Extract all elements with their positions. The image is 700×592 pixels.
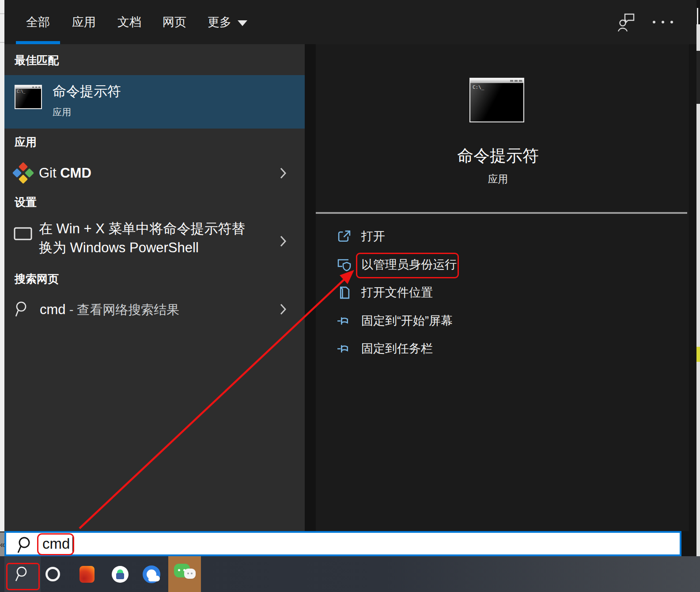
search-icon bbox=[15, 301, 31, 319]
result-title: Git CMD bbox=[39, 156, 91, 191]
action-open[interactable]: 打开 bbox=[316, 227, 689, 246]
search-input[interactable]: cmd bbox=[42, 535, 70, 553]
action-run-as-administrator[interactable]: 以管理员身份运行 bbox=[316, 255, 689, 274]
taskbar-search-box[interactable]: cmd bbox=[4, 531, 681, 556]
highlight-fragment bbox=[696, 347, 700, 362]
result-web-search-cmd[interactable]: cmd - 查看网络搜索结果 bbox=[4, 291, 305, 328]
result-title: cmd - 查看网络搜索结果 bbox=[40, 291, 179, 329]
command-prompt-icon: C:\_ bbox=[15, 85, 42, 109]
preview-divider bbox=[316, 212, 687, 214]
result-subtitle: 应用 bbox=[53, 106, 71, 118]
preview-panel: C:\_ 命令提示符 应用 打开 以管理员身份运行 打开文件位置 固定到“开始 bbox=[316, 44, 689, 531]
web-search-section-header: 搜索网页 bbox=[15, 272, 59, 286]
cortana-icon bbox=[45, 567, 60, 581]
file-location-icon bbox=[337, 285, 352, 300]
android-studio-icon bbox=[112, 566, 129, 583]
action-pin-to-start[interactable]: 固定到“开始”屏幕 bbox=[316, 311, 689, 330]
panel-divider bbox=[305, 44, 316, 531]
chevron-right-icon[interactable] bbox=[280, 235, 287, 247]
chevron-right-icon[interactable] bbox=[280, 303, 287, 315]
search-icon bbox=[17, 536, 34, 555]
pin-icon bbox=[337, 342, 352, 356]
office-icon bbox=[79, 566, 95, 583]
qq-browser-icon bbox=[143, 565, 160, 583]
feedback-icon[interactable] bbox=[617, 12, 636, 33]
tab-apps[interactable]: 应用 bbox=[66, 0, 102, 44]
more-options-icon[interactable] bbox=[653, 19, 684, 26]
background-window-border bbox=[697, 8, 698, 26]
open-icon bbox=[337, 229, 352, 244]
tab-more[interactable]: 更多 bbox=[201, 0, 254, 44]
tab-all[interactable]: 全部 bbox=[16, 0, 60, 44]
shield-admin-icon bbox=[337, 258, 352, 272]
taskbar: CSDN @初学者-Study bbox=[0, 556, 700, 592]
taskbar-android-studio-button[interactable] bbox=[111, 556, 129, 592]
search-filter-bar: 全部 应用 文档 网页 更多 bbox=[4, 0, 696, 44]
preview-subtitle: 应用 bbox=[316, 172, 680, 186]
text-cursor bbox=[72, 535, 73, 552]
search-results-panel: 最佳匹配 C:\_ 命令提示符 应用 应用 Git CMD 设置 在 Win +… bbox=[4, 44, 305, 531]
taskbar-cortana-button[interactable] bbox=[44, 556, 61, 592]
tab-web[interactable]: 网页 bbox=[157, 0, 192, 44]
search-icon bbox=[15, 566, 30, 583]
result-git-cmd[interactable]: Git CMD bbox=[4, 156, 305, 191]
git-icon bbox=[14, 163, 33, 183]
result-title: 命令提示符 bbox=[53, 82, 121, 101]
taskbar-office-button[interactable] bbox=[79, 556, 95, 592]
command-prompt-icon-large: C:\_ bbox=[469, 78, 524, 122]
result-command-prompt[interactable]: C:\_ 命令提示符 应用 bbox=[4, 75, 305, 129]
taskbar-qq-browser-button[interactable] bbox=[142, 556, 161, 592]
best-match-header: 最佳匹配 bbox=[15, 53, 59, 68]
chevron-down-icon bbox=[238, 20, 247, 26]
action-pin-to-taskbar[interactable]: 固定到任务栏 bbox=[316, 339, 689, 358]
background-window-left-edge bbox=[0, 0, 4, 531]
preview-title: 命令提示符 bbox=[316, 145, 680, 167]
result-title: 在 Win + X 菜单中将命令提示符替换为 Windows PowerShel… bbox=[39, 219, 251, 257]
tab-documents[interactable]: 文档 bbox=[112, 0, 147, 44]
pin-icon bbox=[337, 314, 352, 328]
settings-section-header: 设置 bbox=[15, 195, 37, 209]
taskbar-search-button[interactable] bbox=[4, 556, 41, 592]
background-window-right-edge bbox=[696, 24, 700, 556]
action-open-file-location[interactable]: 打开文件位置 bbox=[316, 283, 689, 302]
display-icon bbox=[14, 227, 32, 241]
apps-section-header: 应用 bbox=[15, 135, 37, 149]
taskbar-wechat-button[interactable] bbox=[168, 556, 201, 592]
result-winx-powershell[interactable]: 在 Win + X 菜单中将命令提示符替换为 Windows PowerShel… bbox=[4, 216, 305, 267]
chevron-right-icon[interactable] bbox=[280, 167, 287, 179]
